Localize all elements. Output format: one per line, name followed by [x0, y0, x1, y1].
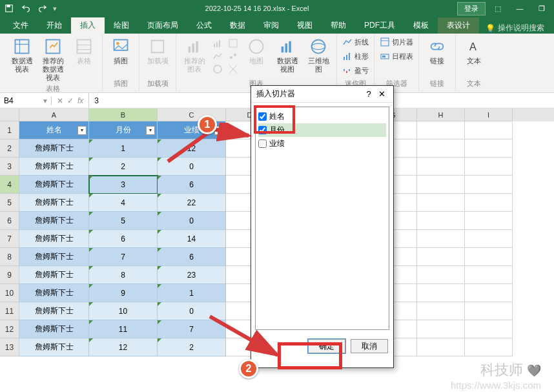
row-header[interactable]: 10: [0, 284, 19, 302]
filter-dropdown-icon[interactable]: ▾: [77, 126, 87, 135]
row-header[interactable]: 3: [0, 158, 19, 176]
table-cell[interactable]: 11: [89, 320, 158, 338]
empty-cell[interactable]: [465, 302, 513, 320]
empty-cell[interactable]: [417, 139, 465, 158]
table-cell[interactable]: 14: [158, 230, 226, 248]
undo-icon[interactable]: [19, 2, 32, 15]
table-cell[interactable]: 7: [89, 248, 158, 266]
table-cell[interactable]: 詹姆斯下士: [19, 194, 89, 212]
table-cell[interactable]: 0: [158, 302, 226, 320]
empty-cell[interactable]: [417, 212, 465, 230]
select-all-corner[interactable]: [0, 108, 19, 121]
col-header-I[interactable]: I: [465, 108, 513, 121]
row-header[interactable]: 13: [0, 338, 19, 356]
table-cell[interactable]: 詹姆斯下士: [19, 338, 89, 356]
table-cell[interactable]: 12: [89, 338, 158, 356]
table-cell[interactable]: 詹姆斯下士: [19, 302, 89, 320]
table-cell[interactable]: 詹姆斯下士: [19, 284, 89, 302]
empty-cell[interactable]: [417, 194, 465, 212]
name-box[interactable]: B4▾: [0, 96, 52, 105]
row-header[interactable]: 2: [0, 139, 19, 158]
sparkline-column[interactable]: 柱形: [341, 50, 370, 62]
row-header[interactable]: 8: [0, 248, 19, 266]
cancel-button[interactable]: 取消: [351, 339, 388, 353]
empty-cell[interactable]: [417, 158, 465, 176]
timeline-button[interactable]: 日程表: [378, 50, 415, 62]
table-cell[interactable]: 詹姆斯下士: [19, 158, 89, 176]
tab-template[interactable]: 模板: [404, 17, 438, 34]
dialog-help-icon[interactable]: ?: [362, 89, 375, 99]
empty-cell[interactable]: [465, 284, 513, 302]
slicer-field-month[interactable]: 月份: [258, 123, 386, 137]
table-header-cell[interactable]: 月份▾: [89, 121, 158, 139]
table-cell[interactable]: 23: [158, 266, 226, 284]
empty-cell[interactable]: [465, 121, 513, 139]
table-cell[interactable]: 詹姆斯下士: [19, 320, 89, 338]
row-header[interactable]: 5: [0, 194, 19, 212]
empty-cell[interactable]: [465, 248, 513, 266]
ribbon-options-icon[interactable]: ⬚: [488, 2, 508, 15]
3d-map-button[interactable]: 三维地图: [304, 36, 333, 75]
row-header[interactable]: 7: [0, 230, 19, 248]
tab-data[interactable]: 数据: [221, 17, 254, 34]
empty-cell[interactable]: [465, 139, 513, 158]
row-header[interactable]: 6: [0, 212, 19, 230]
empty-cell[interactable]: [465, 338, 513, 356]
table-cell[interactable]: 1: [158, 284, 226, 302]
slicer-button[interactable]: 切片器: [378, 36, 415, 48]
table-cell[interactable]: 詹姆斯下士: [19, 248, 89, 266]
empty-cell[interactable]: [465, 266, 513, 284]
restore-icon[interactable]: ❐: [532, 2, 551, 15]
tab-table-design[interactable]: 表设计: [438, 17, 479, 34]
table-cell[interactable]: 1: [89, 139, 158, 158]
empty-cell[interactable]: [465, 320, 513, 338]
redo-icon[interactable]: [36, 2, 49, 15]
table-header-cell[interactable]: 姓名▾: [19, 121, 89, 139]
table-cell[interactable]: 2: [89, 158, 158, 176]
row-header[interactable]: 1: [0, 121, 19, 139]
table-cell[interactable]: 4: [89, 194, 158, 212]
table-cell[interactable]: 9: [89, 284, 158, 302]
empty-cell[interactable]: [417, 121, 465, 139]
enter-formula-icon[interactable]: ✓: [67, 96, 74, 105]
ok-button[interactable]: 确定: [308, 339, 345, 353]
tab-layout[interactable]: 页面布局: [138, 17, 187, 34]
table-cell[interactable]: 7: [158, 320, 226, 338]
row-header[interactable]: 12: [0, 320, 19, 338]
empty-cell[interactable]: [417, 248, 465, 266]
row-header[interactable]: 9: [0, 266, 19, 284]
col-header-A[interactable]: A: [19, 108, 89, 121]
table-cell[interactable]: 詹姆斯下士: [19, 230, 89, 248]
slicer-field-value[interactable]: 业绩: [258, 137, 386, 150]
table-cell[interactable]: 詹姆斯下士: [19, 139, 89, 158]
row-header[interactable]: 11: [0, 302, 19, 320]
sparkline-line[interactable]: 折线: [341, 36, 370, 48]
empty-cell[interactable]: [417, 320, 465, 338]
recommended-pivot-button[interactable]: 推荐的数据透视表: [39, 36, 67, 84]
col-header-H[interactable]: H: [417, 108, 465, 121]
table-cell[interactable]: 12: [158, 139, 226, 158]
empty-cell[interactable]: [465, 158, 513, 176]
pivot-table-button[interactable]: 数据透视表: [8, 36, 36, 75]
cancel-formula-icon[interactable]: ✕: [57, 96, 63, 105]
slicer-field-name[interactable]: 姓名: [258, 110, 386, 123]
dialog-close-icon[interactable]: ✕: [375, 89, 388, 99]
empty-cell[interactable]: [417, 302, 465, 320]
tab-pdf[interactable]: PDF工具: [355, 17, 404, 34]
row-header[interactable]: 4: [0, 176, 19, 194]
tab-formulas[interactable]: 公式: [187, 17, 221, 34]
empty-cell[interactable]: [465, 194, 513, 212]
tab-review[interactable]: 审阅: [254, 17, 288, 34]
empty-cell[interactable]: [417, 338, 465, 356]
table-cell[interactable]: 6: [89, 230, 158, 248]
empty-cell[interactable]: [465, 230, 513, 248]
table-cell[interactable]: 詹姆斯下士: [19, 266, 89, 284]
illustrations-button[interactable]: 插图: [107, 36, 135, 67]
table-cell[interactable]: 0: [158, 158, 226, 176]
empty-cell[interactable]: [417, 230, 465, 248]
table-cell[interactable]: 0: [158, 212, 226, 230]
fx-icon[interactable]: fx: [77, 96, 83, 105]
empty-cell[interactable]: [417, 266, 465, 284]
table-cell[interactable]: 5: [89, 212, 158, 230]
login-button[interactable]: 登录: [457, 2, 486, 15]
